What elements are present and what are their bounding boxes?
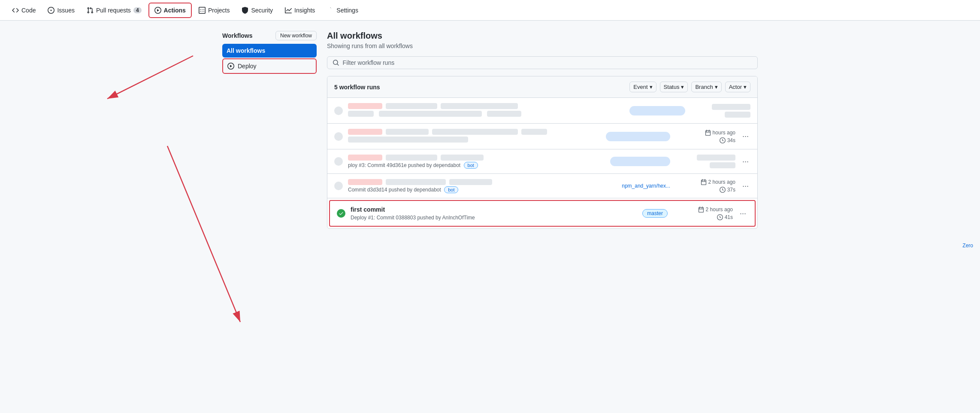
run-meta-blurred-3b xyxy=(710,162,735,168)
content-area: All workflows Showing runs from all work… xyxy=(327,31,758,229)
run-title-blurred-2 xyxy=(348,129,382,135)
run-title-row-5: first commit xyxy=(351,206,577,213)
filter-input[interactable] xyxy=(343,59,752,66)
clock-icon-5 xyxy=(717,214,723,220)
status-icon-1 xyxy=(334,106,343,115)
filter-status-label: Status xyxy=(664,84,680,90)
filter-branch-button[interactable]: Branch ▾ xyxy=(691,82,721,92)
run-title-blurred-4 xyxy=(348,179,382,185)
run-title-blurred-2c xyxy=(432,129,518,135)
checkmark-icon xyxy=(339,211,344,216)
nav-item-issues[interactable]: Issues xyxy=(42,3,79,17)
run-more-button-2[interactable]: ··· xyxy=(741,130,750,143)
run-title-blurred-4c xyxy=(449,179,492,185)
deploy-workflow-icon xyxy=(227,63,234,70)
run-time-text-5: 2 hours ago xyxy=(706,206,733,213)
run-row-2[interactable]: hours ago 34s ··· xyxy=(327,124,757,149)
run-sub-blurred-1c xyxy=(487,111,521,117)
nav-item-insights[interactable]: Insights xyxy=(280,3,320,17)
filter-branch-label: Branch xyxy=(695,84,713,90)
run-time-4: 2 hours ago xyxy=(701,179,735,185)
filter-status-button[interactable]: Status ▾ xyxy=(660,82,688,92)
run-more-button-3[interactable]: ··· xyxy=(741,155,750,168)
sidebar-header: Workflows New workflow xyxy=(222,31,317,40)
settings-icon xyxy=(327,7,334,14)
filter-bar[interactable] xyxy=(327,56,758,69)
run-branch-badge-5: master xyxy=(642,209,668,218)
run-row-left-1 xyxy=(348,103,594,118)
run-duration-text-5: 41s xyxy=(725,214,733,220)
run-title-row-2 xyxy=(348,129,579,135)
runs-table: 5 workflow runs Event ▾ Status ▾ Branch … xyxy=(327,76,758,229)
nav-item-projects[interactable]: Projects xyxy=(194,3,235,17)
sidebar-item-all-workflows[interactable]: All workflows xyxy=(222,44,317,58)
run-row-4[interactable]: Commit d3d3d14 pushed by dependabot bot … xyxy=(327,174,757,198)
run-row-left-2 xyxy=(348,129,579,144)
run-branch-blurred-3 xyxy=(610,157,670,166)
status-icon-3 xyxy=(334,157,343,166)
deploy-wrapper: Deploy xyxy=(222,58,317,74)
pull-requests-icon xyxy=(87,7,94,14)
run-title-blurred-4b xyxy=(386,179,446,185)
run-duration-2: 34s xyxy=(720,137,735,143)
run-duration-4: 37s xyxy=(720,187,735,193)
actions-wrapper: Actions xyxy=(148,3,192,18)
filter-event-label: Event xyxy=(633,84,647,90)
filter-actor-button[interactable]: Actor ▾ xyxy=(725,82,750,92)
search-icon xyxy=(333,59,339,66)
run-subtitle-text-4: Commit d3d3d14 pushed by dependabot xyxy=(348,187,441,193)
run-subtitle-badge-4: bot xyxy=(444,186,458,193)
run-meta-4: 2 hours ago 37s xyxy=(675,179,735,193)
nav-item-code[interactable]: Code xyxy=(7,3,41,17)
nav-item-settings[interactable]: Settings xyxy=(322,3,363,17)
run-title-blurred-3 xyxy=(348,155,382,161)
run-subtitle-4: Commit d3d3d14 pushed by dependabot bot xyxy=(348,187,579,193)
main-layout: Workflows New workflow All workflows Dep… xyxy=(215,21,765,239)
footer-label: Zero xyxy=(962,243,973,249)
nav-label-issues: Issues xyxy=(57,7,74,14)
issues-icon xyxy=(48,7,54,14)
nav-label-security: Security xyxy=(251,7,273,14)
clock-icon-2 xyxy=(720,137,726,143)
run-sub-blurred-1 xyxy=(348,111,374,117)
calendar-icon-4 xyxy=(701,179,707,185)
runs-filters: Event ▾ Status ▾ Branch ▾ Actor ▾ xyxy=(629,82,750,92)
calendar-icon-5 xyxy=(698,206,704,213)
nav-item-actions[interactable]: Actions xyxy=(149,3,191,17)
run-time-2: hours ago xyxy=(705,130,735,136)
chevron-down-icon: ▾ xyxy=(650,84,653,90)
run-title-blurred-1 xyxy=(348,103,382,109)
run-time-text-4: 2 hours ago xyxy=(708,179,735,185)
run-meta-5: 2 hours ago 41s xyxy=(673,206,733,220)
run-sub-blurred-1b xyxy=(379,111,482,117)
clock-icon-4 xyxy=(720,187,726,193)
filter-event-button[interactable]: Event ▾ xyxy=(629,82,656,92)
run-row-left-5: first commit Deploy #1: Commit 0388803 p… xyxy=(351,206,577,221)
run-more-button-4[interactable]: ··· xyxy=(741,180,750,192)
sidebar-item-deploy[interactable]: Deploy xyxy=(223,59,316,73)
top-nav: Code Issues Pull requests 4 Actions xyxy=(0,0,980,21)
run-row-3[interactable]: ploy #3: Commit 49d361e pushed by depend… xyxy=(327,149,757,174)
run-title-row-4 xyxy=(348,179,579,185)
run-meta-blurred-1 xyxy=(712,104,750,110)
new-workflow-button[interactable]: New workflow xyxy=(275,31,317,40)
run-row-left-4: Commit d3d3d14 pushed by dependabot bot xyxy=(348,179,579,193)
nav-label-projects: Projects xyxy=(208,7,230,14)
run-row-1[interactable] xyxy=(327,98,757,124)
run-duration-text-2: 34s xyxy=(727,137,735,143)
run-title-row-1 xyxy=(348,103,594,109)
code-icon xyxy=(12,7,19,14)
nav-label-insights: Insights xyxy=(294,7,315,14)
chevron-down-icon-4: ▾ xyxy=(744,84,747,90)
all-workflows-label: All workflows xyxy=(227,47,265,54)
footer: Zero xyxy=(0,239,980,252)
nav-label-pull-requests: Pull requests xyxy=(96,7,131,14)
nav-item-security[interactable]: Security xyxy=(236,3,278,17)
run-row-5[interactable]: first commit Deploy #1: Commit 0388803 p… xyxy=(329,200,756,227)
run-meta-blurred-3 xyxy=(697,155,735,161)
run-title-blurred-2d xyxy=(521,129,547,135)
run-subtitle-1 xyxy=(348,111,594,118)
run-more-button-5[interactable]: ··· xyxy=(738,207,748,220)
nav-item-pull-requests[interactable]: Pull requests 4 xyxy=(82,3,147,17)
run-subtitle-badge-3: bot xyxy=(464,162,478,169)
